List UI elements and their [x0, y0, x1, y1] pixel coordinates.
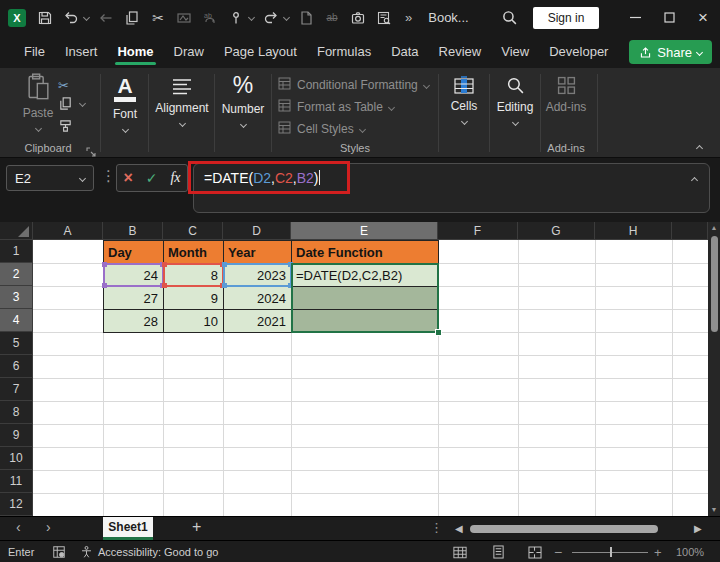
cell-C1[interactable]: Month — [163, 240, 224, 264]
tab-draw[interactable]: Draw — [164, 37, 214, 67]
name-box[interactable]: E2 — [6, 165, 94, 191]
number-group-button[interactable]: % Number — [217, 73, 269, 127]
cell-B2[interactable]: 24 — [103, 263, 164, 287]
accessibility-icon[interactable] — [80, 541, 93, 562]
hscroll-left-icon[interactable]: ◀ — [455, 523, 463, 534]
row-header-8[interactable]: 8 — [0, 401, 33, 424]
cell-D4[interactable]: 2021 — [223, 309, 292, 333]
row-header-10[interactable]: 10 — [0, 447, 33, 470]
copy-icon[interactable] — [119, 5, 145, 31]
zoom-slider-thumb[interactable] — [610, 547, 612, 557]
cut-icon[interactable]: ✂ — [145, 5, 171, 31]
cell-C2[interactable]: 8 — [163, 263, 224, 287]
row-header-12[interactable]: 12 — [0, 493, 33, 516]
tab-file[interactable]: File — [14, 37, 55, 67]
format-painter-button[interactable] — [58, 118, 73, 137]
tab-developer[interactable]: Developer — [539, 37, 618, 67]
collapse-ribbon-icon[interactable] — [696, 145, 703, 152]
row-header-11[interactable]: 11 — [0, 470, 33, 493]
cell-D3[interactable]: 2024 — [223, 286, 292, 310]
search-icon[interactable] — [497, 5, 523, 31]
styles-item-conditional-formatting[interactable]: Conditional Formatting — [278, 75, 438, 95]
font-group-button[interactable]: A Font — [104, 76, 146, 132]
row-header-9[interactable]: 9 — [0, 424, 33, 447]
undo-icon[interactable] — [58, 5, 84, 31]
prev-sheet-icon[interactable]: ‹ — [16, 519, 21, 535]
cancel-entry-icon[interactable]: × — [123, 169, 132, 187]
column-header-D[interactable]: D — [223, 222, 291, 240]
column-header-A[interactable]: A — [33, 222, 103, 240]
normal-view-icon[interactable] — [453, 541, 467, 562]
cell-B3[interactable]: 27 — [103, 286, 164, 310]
qat-overflow-icon[interactable]: » — [405, 10, 412, 25]
add-sheet-button[interactable]: + — [192, 518, 201, 536]
maximize-button[interactable] — [652, 5, 686, 31]
zoom-level[interactable]: 100% — [676, 541, 704, 562]
redo-dropdown-icon[interactable] — [283, 14, 290, 21]
paste-button[interactable]: Paste — [16, 73, 60, 131]
fill-handle[interactable] — [435, 329, 442, 336]
tab-view[interactable]: View — [491, 37, 539, 67]
touch-mode-dropdown-icon[interactable] — [248, 14, 255, 21]
hscroll-right-icon[interactable]: ▶ — [694, 523, 702, 534]
close-button[interactable]: × — [686, 5, 720, 31]
alignment-group-button[interactable]: Alignment — [152, 78, 212, 126]
tab-page-layout[interactable]: Page Layout — [214, 37, 307, 67]
share-button[interactable]: Share — [629, 40, 712, 64]
form-lookup-icon[interactable] — [371, 5, 397, 31]
column-header-C[interactable]: C — [163, 222, 223, 240]
editing-group-button[interactable]: Editing — [491, 76, 539, 125]
touch-mode-icon[interactable] — [223, 5, 249, 31]
copy-dropdown-icon[interactable] — [79, 100, 86, 107]
cut-button[interactable]: ✂ — [58, 76, 69, 94]
zoom-out-icon[interactable]: − — [554, 541, 562, 562]
collapse-formula-bar-icon[interactable] — [691, 177, 698, 184]
styles-item-format-as-table[interactable]: Format as Table — [278, 97, 438, 117]
scroll-up-icon[interactable]: ▲ — [708, 222, 720, 234]
cell-E4[interactable] — [291, 309, 439, 333]
styles-item-cell-styles[interactable]: Cell Styles — [278, 119, 438, 139]
tab-home[interactable]: Home — [107, 37, 163, 67]
cell-B4[interactable]: 28 — [103, 309, 164, 333]
insert-function-icon[interactable]: fx — [170, 170, 180, 186]
sheet-options-icon[interactable]: ⋮ — [430, 520, 443, 535]
excel-logo-icon[interactable]: X — [8, 9, 26, 27]
vertical-scrollbar-thumb[interactable] — [711, 236, 718, 332]
row-header-3[interactable]: 3 — [0, 286, 33, 309]
column-header-partial[interactable] — [672, 222, 708, 240]
row-header-6[interactable]: 6 — [0, 355, 33, 378]
tab-review[interactable]: Review — [429, 37, 492, 67]
cell-E1[interactable]: Date Function — [291, 240, 439, 264]
tab-formulas[interactable]: Formulas — [307, 37, 381, 67]
enter-entry-icon[interactable]: ✓ — [146, 170, 158, 186]
column-header-E[interactable]: E — [291, 222, 438, 240]
cell-D2[interactable]: 2023 — [223, 263, 292, 287]
cell-C3[interactable]: 9 — [163, 286, 224, 310]
page-break-view-icon[interactable] — [528, 541, 542, 562]
vertical-scrollbar[interactable]: ▲ ▼ — [708, 222, 720, 516]
column-header-H[interactable]: H — [595, 222, 672, 240]
column-header-B[interactable]: B — [103, 222, 163, 240]
select-all-corner[interactable] — [0, 222, 33, 240]
sheet-tab-sheet1[interactable]: Sheet1 — [103, 517, 153, 540]
sign-in-button[interactable]: Sign in — [533, 7, 600, 29]
tab-insert[interactable]: Insert — [55, 37, 108, 67]
cell-C4[interactable]: 10 — [163, 309, 224, 333]
next-sheet-icon[interactable]: › — [46, 519, 51, 535]
column-header-F[interactable]: F — [438, 222, 518, 240]
row-header-4[interactable]: 4 — [0, 309, 33, 332]
cell-E3[interactable] — [291, 286, 439, 310]
formula-bar-options-icon[interactable]: ⋮ — [101, 167, 116, 185]
column-header-G[interactable]: G — [518, 222, 595, 240]
cell-B1[interactable]: Day — [103, 240, 164, 264]
scroll-down-icon[interactable]: ▼ — [708, 504, 720, 516]
zoom-in-icon[interactable]: + — [654, 541, 662, 562]
row-header-1[interactable]: 1 — [0, 240, 33, 263]
minimize-button[interactable] — [618, 5, 652, 31]
macro-record-icon[interactable] — [52, 541, 66, 562]
row-header-5[interactable]: 5 — [0, 332, 33, 355]
tab-data[interactable]: Data — [381, 37, 428, 67]
row-header-2[interactable]: 2 — [0, 263, 33, 286]
undo-dropdown-icon[interactable] — [83, 14, 90, 21]
row-header-7[interactable]: 7 — [0, 378, 33, 401]
